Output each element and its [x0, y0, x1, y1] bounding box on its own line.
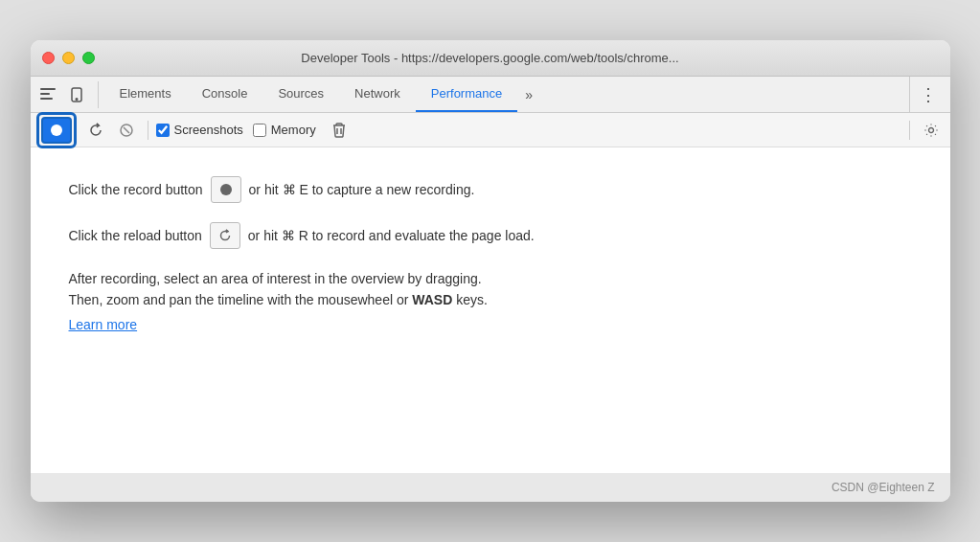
trash-button[interactable] [326, 117, 353, 144]
screenshots-checkbox[interactable] [156, 124, 170, 137]
tabs-overflow-button[interactable]: » [517, 87, 540, 102]
memory-checkbox-label[interactable]: Memory [253, 123, 316, 137]
instruction-line-2: Click the reload button or hit ⌘ R to re… [69, 222, 912, 249]
main-content: Click the record button or hit ⌘ E to ca… [31, 147, 950, 473]
screenshots-checkbox-label[interactable]: Screenshots [156, 123, 243, 137]
inline-reload-icon [210, 222, 240, 249]
tab-console[interactable]: Console [187, 77, 263, 112]
traffic-lights [42, 52, 95, 64]
tab-elements[interactable]: Elements [104, 77, 187, 112]
svg-rect-1 [40, 93, 50, 95]
record-button[interactable] [41, 117, 72, 144]
devtools-window: Developer Tools - https://developers.goo… [31, 40, 950, 502]
instruction-line-1: Click the record button or hit ⌘ E to ca… [69, 176, 912, 203]
window-title: Developer Tools - https://developers.goo… [301, 51, 678, 65]
tab-performance[interactable]: Performance [416, 77, 517, 112]
svg-point-7 [928, 127, 933, 132]
record-button-highlight [36, 112, 77, 148]
learn-more-link[interactable]: Learn more [69, 317, 912, 332]
reload-profile-button[interactable] [82, 117, 109, 144]
watermark: CSDN @Eighteen Z [31, 473, 950, 502]
svg-line-6 [124, 127, 129, 133]
device-mode-icon[interactable] [63, 81, 90, 108]
toolbar-divider-2 [909, 121, 910, 140]
svg-rect-0 [40, 88, 56, 90]
toolbar-divider-1 [148, 121, 148, 140]
instruction-paragraph: After recording, select an area of inter… [69, 268, 912, 311]
tab-network[interactable]: Network [339, 77, 416, 112]
tab-sources[interactable]: Sources [262, 77, 339, 112]
svg-point-4 [76, 98, 78, 100]
title-bar: Developer Tools - https://developers.goo… [31, 40, 950, 77]
panel-icon-group [34, 81, 99, 108]
performance-toolbar: Screenshots Memory [31, 113, 950, 147]
tabs-list: Elements Console Sources Network Perform… [104, 77, 518, 112]
inline-record-icon [211, 176, 241, 203]
devtools-tabs-bar: Elements Console Sources Network Perform… [31, 77, 950, 113]
memory-checkbox[interactable] [253, 124, 266, 137]
close-button[interactable] [42, 52, 55, 64]
minimize-button[interactable] [62, 52, 75, 64]
settings-button[interactable] [918, 117, 945, 144]
svg-rect-2 [40, 98, 53, 100]
record-dot-icon [51, 124, 62, 136]
clear-recording-button[interactable] [113, 117, 140, 144]
maximize-button[interactable] [82, 52, 95, 64]
panel-toggle-icon[interactable] [34, 81, 61, 108]
devtools-more-button[interactable]: ⋮ [909, 77, 946, 112]
